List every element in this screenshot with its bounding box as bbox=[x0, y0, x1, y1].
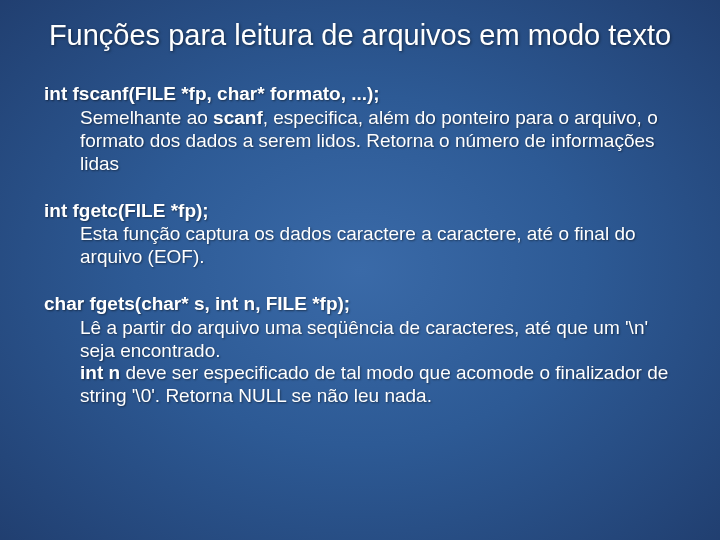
entry-fscanf: int fscanf(FILE *fp, char* formato, ...)… bbox=[44, 83, 676, 175]
desc-bold: scanf bbox=[213, 107, 263, 128]
signature-fgets: char fgets(char* s, int n, FILE *fp); bbox=[44, 293, 676, 316]
description-fscanf: Semelhante ao scanf, especifica, além do… bbox=[80, 107, 676, 175]
desc-text: deve ser especificado de tal modo que ac… bbox=[80, 362, 668, 406]
desc-bold: int n bbox=[80, 362, 120, 383]
signature-fgetc: int fgetc(FILE *fp); bbox=[44, 200, 676, 223]
description-fgetc: Esta função captura os dados caractere a… bbox=[80, 223, 676, 269]
desc-text: Lê a partir do arquivo uma seqüência de … bbox=[80, 317, 648, 361]
entry-fgets: char fgets(char* s, int n, FILE *fp); Lê… bbox=[44, 293, 676, 408]
description-fgets: Lê a partir do arquivo uma seqüência de … bbox=[80, 317, 676, 408]
signature-fscanf: int fscanf(FILE *fp, char* formato, ...)… bbox=[44, 83, 676, 106]
desc-text: Semelhante ao bbox=[80, 107, 213, 128]
slide-title: Funções para leitura de arquivos em modo… bbox=[44, 18, 676, 53]
desc-text: Esta função captura os dados caractere a… bbox=[80, 223, 636, 267]
slide: Funções para leitura de arquivos em modo… bbox=[0, 0, 720, 540]
entry-fgetc: int fgetc(FILE *fp); Esta função captura… bbox=[44, 200, 676, 269]
